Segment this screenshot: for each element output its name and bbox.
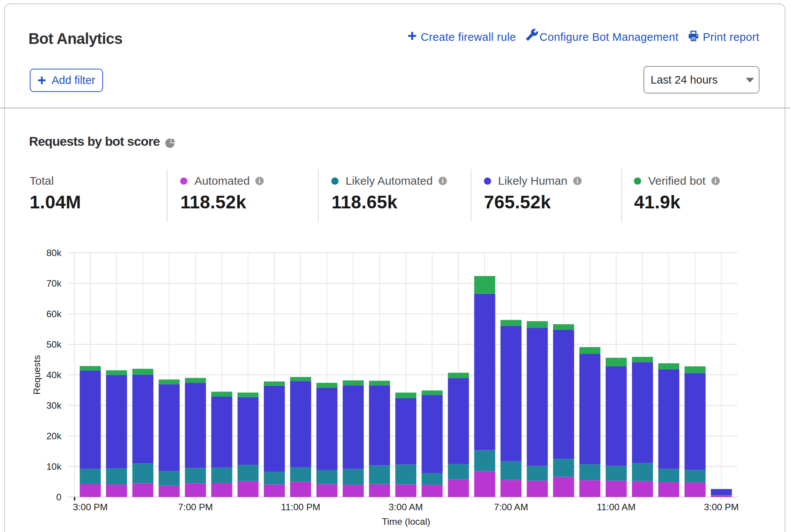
svg-text:20k: 20k — [46, 431, 61, 441]
svg-text:3:00 PM: 3:00 PM — [73, 502, 108, 512]
svg-text:11:00 AM: 11:00 AM — [597, 502, 636, 512]
svg-text:7:00 AM: 7:00 AM — [494, 502, 528, 512]
svg-text:50k: 50k — [46, 339, 61, 350]
svg-text:0: 0 — [56, 492, 61, 502]
svg-text:70k: 70k — [46, 278, 61, 289]
svg-text:3:00 PM: 3:00 PM — [704, 502, 738, 512]
svg-text:60k: 60k — [46, 309, 61, 319]
svg-text:3:00 AM: 3:00 AM — [389, 502, 423, 512]
svg-text:40k: 40k — [46, 370, 61, 380]
svg-text:7:00 PM: 7:00 PM — [178, 502, 213, 512]
svg-text:80k: 80k — [46, 248, 61, 258]
svg-text:Requests: Requests — [32, 355, 42, 395]
svg-text:10k: 10k — [46, 461, 61, 472]
svg-text:Time (local): Time (local) — [382, 516, 430, 527]
svg-text:11:00 PM: 11:00 PM — [281, 502, 320, 512]
svg-text:30k: 30k — [46, 400, 61, 411]
